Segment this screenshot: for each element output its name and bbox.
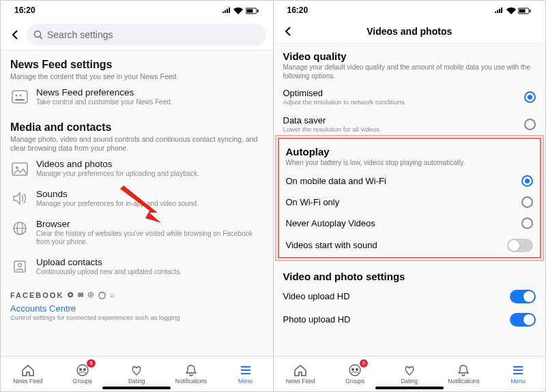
video-photo-settings-title: Video and photo settings <box>283 271 536 282</box>
home-indicator <box>375 387 444 389</box>
autoplay-wifi-only[interactable]: On Wi-Fi only <box>279 192 541 213</box>
autoplay-sub: When your battery is low, videos stop pl… <box>286 159 534 168</box>
upload-contacts-title: Upload contacts <box>36 257 263 267</box>
newsfeed-settings-sub: Manage the content that you see in your … <box>10 72 263 82</box>
menu-icon <box>511 364 525 376</box>
search-icon <box>33 30 43 40</box>
bell-icon <box>457 364 470 376</box>
settings-content: News Feed settings Manage the content th… <box>1 50 273 356</box>
facebook-brand: FACEBOOK ✪ ✉ ⦾ ◯ ⌂ <box>10 291 263 299</box>
radio-selected[interactable] <box>524 91 536 103</box>
status-bar: 16:20 <box>274 1 546 20</box>
videos-start-with-sound[interactable]: Videos start with sound <box>279 234 541 257</box>
svg-point-17 <box>79 368 82 371</box>
contacts-icon <box>10 257 29 276</box>
preferences-icon <box>10 87 29 106</box>
tab-groups[interactable]: 9 Groups <box>55 357 110 391</box>
tab-groups[interactable]: 9 Groups <box>328 357 382 391</box>
svg-rect-23 <box>519 9 526 12</box>
autoplay-highlight: Autoplay When your battery is low, video… <box>278 138 542 258</box>
tab-news-feed[interactable]: News Feed <box>1 357 55 391</box>
status-time: 16:20 <box>14 5 35 15</box>
radio-selected[interactable] <box>521 175 533 187</box>
speaker-icon <box>10 189 29 208</box>
groups-badge: 9 <box>360 359 368 367</box>
accounts-centre-sub: Control settings for connected experienc… <box>10 314 263 321</box>
heart-icon <box>130 364 143 376</box>
right-screen: 16:20 Videos and photos Video quality Ma… <box>274 1 546 391</box>
header: Search settings <box>1 20 273 50</box>
svg-point-10 <box>16 166 18 169</box>
groups-badge: 9 <box>87 359 95 367</box>
autoplay-mobile-wifi[interactable]: On mobile data and Wi-Fi <box>279 170 541 192</box>
media-contacts-title: Media and contacts <box>10 121 263 134</box>
video-quality-title: Video quality <box>283 50 536 62</box>
home-indicator <box>102 387 171 389</box>
tab-news-feed[interactable]: News Feed <box>274 357 328 391</box>
tab-menu[interactable]: Menu <box>491 357 545 391</box>
browser-title: Browser <box>36 219 263 229</box>
sounds-title: Sounds <box>36 189 263 199</box>
newsfeed-preferences-row[interactable]: News Feed preferences Take control and c… <box>10 82 263 112</box>
data-saver-option[interactable]: Data saver Lower the resolution for all … <box>274 110 546 138</box>
radio-unselected[interactable] <box>521 196 533 208</box>
svg-rect-8 <box>15 99 25 101</box>
svg-rect-1 <box>246 9 253 12</box>
autoplay-never[interactable]: Never Autoplay Videos <box>279 213 541 234</box>
svg-rect-5 <box>12 91 27 103</box>
upload-contacts-row[interactable]: Upload contacts Continuously upload new … <box>10 252 263 282</box>
svg-point-25 <box>349 365 360 376</box>
heart-icon <box>403 364 416 376</box>
brand-product-icons: ✪ ✉ ⦾ ◯ ⌂ <box>68 291 115 299</box>
svg-point-26 <box>351 368 354 371</box>
tab-notifications[interactable]: Notifications <box>437 357 491 391</box>
toggle-on[interactable] <box>510 290 536 303</box>
svg-point-27 <box>356 368 358 371</box>
toggle-off[interactable] <box>507 239 533 252</box>
newsfeed-pref-title: News Feed preferences <box>36 87 263 97</box>
status-bar: 16:20 <box>1 1 273 20</box>
radio-unselected[interactable] <box>521 217 533 229</box>
browser-sub: Clear the history of websites you've vis… <box>36 230 263 246</box>
back-button[interactable] <box>281 24 296 39</box>
bell-icon <box>184 364 198 376</box>
menu-icon <box>239 364 253 376</box>
optimised-option[interactable]: Optimised Adjust the resolution to netwo… <box>274 83 546 110</box>
svg-rect-2 <box>257 10 259 12</box>
status-time: 16:20 <box>287 5 308 15</box>
svg-point-16 <box>77 365 88 376</box>
tab-menu[interactable]: Menu <box>218 357 273 391</box>
status-icons <box>494 5 532 15</box>
photo-upload-hd[interactable]: Photo upload HD <box>274 308 546 331</box>
sounds-row[interactable]: Sounds Manage your preferences for in-ap… <box>10 183 263 213</box>
autoplay-title: Autoplay <box>286 146 534 157</box>
video-upload-hd[interactable]: Video upload HD <box>274 285 546 308</box>
header: Videos and photos <box>274 20 546 44</box>
sounds-sub: Manage your preferences for in-app and v… <box>36 200 263 208</box>
accounts-centre-link[interactable]: Accounts Centre <box>10 303 263 314</box>
svg-rect-24 <box>530 10 531 12</box>
video-quality-sub: Manage your default video quality and th… <box>283 63 536 80</box>
svg-point-7 <box>20 94 22 96</box>
videos-photos-title: Videos and photos <box>36 159 263 169</box>
svg-point-15 <box>18 263 22 267</box>
back-button[interactable] <box>8 27 23 42</box>
home-icon <box>293 364 307 376</box>
svg-line-4 <box>40 37 43 40</box>
search-input[interactable]: Search settings <box>27 24 266 46</box>
svg-point-18 <box>83 368 86 371</box>
home-icon <box>21 364 35 376</box>
photo-icon <box>10 159 29 178</box>
videos-photos-row[interactable]: Videos and photos Manage your preference… <box>10 153 263 183</box>
videos-photos-sub: Manage your preferences for uploading an… <box>36 170 263 178</box>
browser-row[interactable]: Browser Clear the history of websites yo… <box>10 213 263 252</box>
newsfeed-pref-sub: Take control and customise your News Fee… <box>36 98 263 106</box>
status-icons <box>222 5 259 15</box>
toggle-on[interactable] <box>510 313 536 327</box>
tab-notifications[interactable]: Notifications <box>164 357 218 391</box>
radio-unselected[interactable] <box>524 119 536 130</box>
page-title: Videos and photos <box>296 26 524 37</box>
newsfeed-settings-title: News Feed settings <box>10 59 263 71</box>
upload-contacts-sub: Continuously upload new and updated cont… <box>36 268 263 276</box>
svg-point-3 <box>35 31 41 37</box>
